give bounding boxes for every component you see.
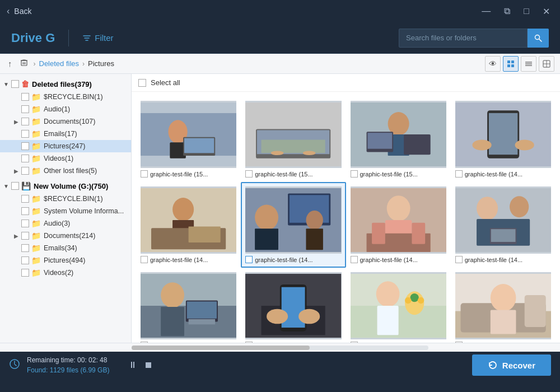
sidebar-item-audio-1[interactable]: 📁 Audio(1) xyxy=(0,103,131,115)
sidebar-item-recycle-2[interactable]: 📁 $RECYCLE.BIN(1) xyxy=(0,193,131,205)
pictures-label-1: Pictures(247) xyxy=(44,142,85,150)
search-icon xyxy=(534,34,543,43)
sidebar-item-other-1[interactable]: ▶ 📁 Other lost files(5) xyxy=(0,165,131,177)
grid-item-8[interactable]: graphic-test-file (14... xyxy=(136,268,241,343)
minimize-button[interactable]: — xyxy=(478,5,494,17)
sidebar-item-videos-1[interactable]: 📁 Videos(1) xyxy=(0,152,131,165)
file-checkbox-3[interactable] xyxy=(455,170,463,178)
search-input[interactable] xyxy=(399,29,528,48)
search-button[interactable] xyxy=(528,29,549,48)
file-checkbox-7[interactable] xyxy=(455,256,463,263)
grid-item-11[interactable]: graphic-test-file (14... xyxy=(451,268,556,343)
sidebar-item-recycle-1[interactable]: 📁 $RECYCLE.BIN(1) xyxy=(0,91,131,103)
photo-svg-5 xyxy=(245,186,341,254)
delete-button[interactable] xyxy=(18,58,30,69)
sidebar-item-audio-2[interactable]: 📁 Audio(3) xyxy=(0,217,131,230)
grid-item-3[interactable]: graphic-test-file (14... xyxy=(451,96,556,182)
checkbox-documents-1[interactable] xyxy=(21,118,29,125)
view-list-button[interactable] xyxy=(521,56,536,72)
file-checkbox-9[interactable] xyxy=(245,342,253,343)
sidebar-item-emails-2[interactable]: 📁 Emails(34) xyxy=(0,242,131,254)
grid-item-0[interactable]: graphic-test-file (15... xyxy=(136,96,241,182)
grid-item-footer-1: graphic-test-file (15... xyxy=(245,170,341,178)
checkbox-emails-1[interactable] xyxy=(21,130,29,138)
back-label: Back xyxy=(14,7,31,16)
sidebar-item-documents-2[interactable]: ▶ 📁 Documents(214) xyxy=(0,230,131,242)
videos-label-2: Videos(2) xyxy=(44,269,73,277)
grid-item-4[interactable]: graphic-test-file (14... xyxy=(136,182,241,268)
svg-point-76 xyxy=(298,309,320,324)
pause-button[interactable]: ⏸ xyxy=(127,359,138,371)
maximize-button[interactable]: □ xyxy=(520,5,533,17)
file-checkbox-8[interactable] xyxy=(141,342,148,343)
grid-item-1[interactable]: graphic-test-file (15... xyxy=(241,96,346,182)
grid-item-9[interactable]: graphic-test-file (14... xyxy=(241,268,346,343)
checkbox-videos-1[interactable] xyxy=(21,155,29,162)
file-checkbox-2[interactable] xyxy=(351,170,358,178)
file-name-0: graphic-test-file (15... xyxy=(150,171,208,178)
sidebar-item-documents-1[interactable]: ▶ 📁 Documents(107) xyxy=(0,115,131,128)
sidebar-item-pictures-2[interactable]: 📁 Pictures(494) xyxy=(0,254,131,267)
checkbox-audio-1[interactable] xyxy=(21,105,29,113)
grid-item-5[interactable]: graphic-test-file (14... xyxy=(241,182,346,268)
sidebar-item-sysvolume[interactable]: 📁 System Volume Informa... xyxy=(0,205,131,217)
sidebar-group-volume[interactable]: ▼ 💾 New Volume (G:)(750) xyxy=(0,179,131,193)
grid-item-footer-2: graphic-test-file (15... xyxy=(351,170,446,178)
checkbox-other-1[interactable] xyxy=(21,167,29,175)
checkbox-recycle-2[interactable] xyxy=(21,195,29,203)
view-hidden-button[interactable]: 👁 xyxy=(485,56,501,72)
file-checkbox-6[interactable] xyxy=(351,256,358,263)
photo-svg-11 xyxy=(455,272,551,339)
svg-rect-89 xyxy=(491,310,516,334)
checkbox-recycle-1[interactable] xyxy=(21,93,29,101)
checkbox-deleted-group[interactable] xyxy=(11,80,19,88)
svg-rect-7 xyxy=(507,60,510,63)
select-all-checkbox[interactable] xyxy=(138,79,146,87)
breadcrumb-deleted-files[interactable]: Deleted files xyxy=(39,59,80,68)
grid-item-7[interactable]: graphic-test-file (14... xyxy=(451,182,556,268)
grid-item-10[interactable]: graphic-test-file (14... xyxy=(346,268,451,343)
restore-button[interactable]: ⧉ xyxy=(501,5,514,17)
close-button[interactable]: ✕ xyxy=(539,5,553,18)
recover-button[interactable]: Recover xyxy=(472,354,551,376)
filter-button[interactable]: Filter xyxy=(82,33,113,43)
clock-icon xyxy=(9,358,20,370)
sidebar-item-emails-1[interactable]: 📁 Emails(17) xyxy=(0,128,131,140)
checkbox-videos-2[interactable] xyxy=(21,269,29,277)
grid-item-footer-0: graphic-test-file (15... xyxy=(141,170,236,178)
checkbox-pictures-2[interactable] xyxy=(21,256,29,264)
audio-label-2: Audio(3) xyxy=(44,220,70,227)
grid-item-6[interactable]: graphic-test-file (14... xyxy=(346,182,451,268)
stop-button[interactable]: ⏹ xyxy=(143,359,154,371)
photo-svg-6 xyxy=(351,186,446,254)
back-button[interactable]: ‹ xyxy=(7,6,10,16)
file-checkbox-5[interactable] xyxy=(245,256,253,263)
file-checkbox-10[interactable] xyxy=(351,342,358,343)
photo-svg-3 xyxy=(455,101,551,168)
file-checkbox-1[interactable] xyxy=(245,170,253,178)
file-checkbox-11[interactable] xyxy=(455,342,463,343)
file-checkbox-0[interactable] xyxy=(141,170,148,178)
sidebar-item-pictures-1[interactable]: 📁 Pictures(247) xyxy=(0,140,131,152)
photo-svg-2 xyxy=(351,101,446,168)
select-all-bar: Select all xyxy=(132,74,560,92)
photo-svg-4 xyxy=(141,186,236,254)
grid-item-2[interactable]: graphic-test-file (15... xyxy=(346,96,451,182)
view-grid-button[interactable] xyxy=(503,56,519,72)
checkbox-pictures-1[interactable] xyxy=(21,142,29,150)
file-checkbox-4[interactable] xyxy=(141,256,148,263)
file-name-10: graphic-test-file (14... xyxy=(360,342,418,343)
trash-icon: 🗑 xyxy=(21,80,29,88)
view-details-button[interactable] xyxy=(539,56,554,72)
horizontal-scrollbar[interactable] xyxy=(0,343,560,352)
file-name-2: graphic-test-file (15... xyxy=(360,171,418,178)
checkbox-emails-2[interactable] xyxy=(21,244,29,252)
checkbox-documents-2[interactable] xyxy=(21,232,29,240)
navigate-up-button[interactable]: ↑ xyxy=(6,58,15,69)
checkbox-volume-group[interactable] xyxy=(11,182,19,190)
sysvolume-label: System Volume Informa... xyxy=(44,207,124,215)
sidebar-group-deleted[interactable]: ▼ 🗑 Deleted files(379) xyxy=(0,77,131,91)
sidebar-item-videos-2[interactable]: 📁 Videos(2) xyxy=(0,267,131,279)
checkbox-audio-2[interactable] xyxy=(21,220,29,227)
checkbox-sysvolume[interactable] xyxy=(21,207,29,215)
